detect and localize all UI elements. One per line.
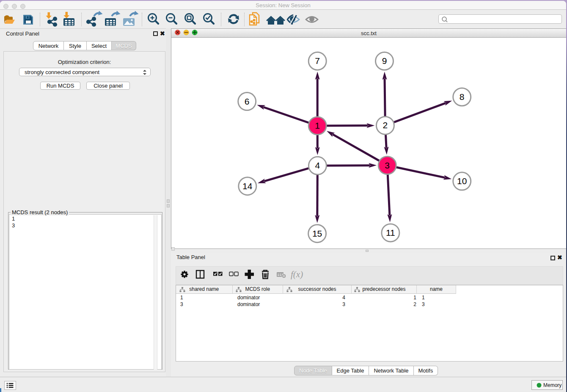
svg-text:7: 7	[315, 56, 320, 66]
svg-text:14: 14	[242, 181, 253, 191]
svg-text:2: 2	[383, 120, 388, 130]
svg-text:1: 1	[315, 121, 320, 130]
svg-text:15: 15	[312, 229, 322, 238]
svg-text:10: 10	[457, 176, 467, 186]
svg-text:4: 4	[315, 160, 320, 170]
svg-text:11: 11	[386, 228, 395, 237]
svg-text:f(x): f(x)	[291, 269, 303, 279]
svg-text:6: 6	[245, 97, 250, 106]
svg-text:9: 9	[382, 56, 387, 66]
svg-text:3: 3	[385, 160, 390, 170]
svg-text:8: 8	[460, 92, 465, 102]
